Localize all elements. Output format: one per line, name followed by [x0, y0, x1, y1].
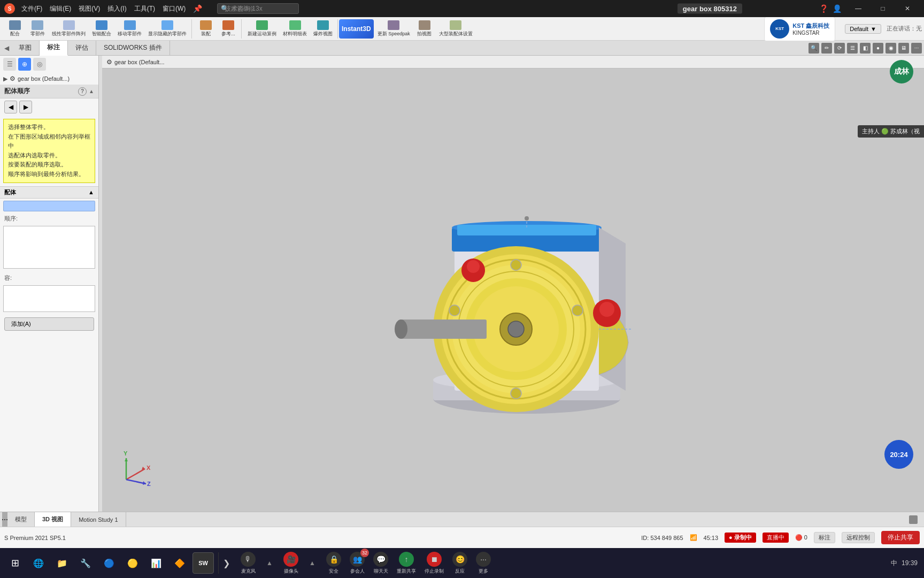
signal-icon: 📶: [690, 534, 697, 541]
btn-instant3d[interactable]: Instant3D: [339, 19, 374, 39]
menu-edit[interactable]: 编辑(E): [47, 3, 74, 14]
btn-move-component[interactable]: 移动零部件: [115, 19, 144, 39]
config-section-order[interactable]: 配体顺序 ? ▲: [0, 85, 98, 98]
menu-view[interactable]: 视图(V): [75, 3, 103, 14]
assembly-input[interactable]: [3, 201, 95, 211]
tree-item-gearbox[interactable]: ▶ ⚙ gear box (Default...): [0, 73, 98, 85]
camera-expand-btn[interactable]: ▲: [307, 559, 318, 567]
config-section-assembly[interactable]: 配体 ▲: [0, 186, 98, 199]
meeting-share-btn[interactable]: ↑ 重新共享: [397, 552, 416, 575]
window-controls[interactable]: — □ ✕: [846, 0, 920, 17]
meeting-camera-btn[interactable]: 🎥 摄像头: [283, 552, 298, 575]
btn-show-hidden[interactable]: 显示隐藏的零部件: [145, 19, 189, 39]
bottom-tab-3dview[interactable]: 3D 视图: [35, 512, 71, 527]
taskbar-app6[interactable]: 🔶: [169, 552, 190, 574]
taskbar-explorer[interactable]: 📁: [51, 552, 73, 574]
btn-linear-pattern[interactable]: 线性零部件阵列: [49, 19, 88, 39]
meeting-security-btn[interactable]: 🔒 安全: [326, 552, 341, 575]
btn-bom[interactable]: 材料明细表: [280, 19, 310, 39]
stop-share-button[interactable]: 停止共享: [881, 531, 920, 544]
stream-id: ID: 534 849 865: [641, 535, 683, 541]
meeting-chat-btn[interactable]: 💬 聊天天: [373, 552, 388, 575]
bottom-tab-row: ⋯ 模型 3D 视图 Motion Study 1: [0, 512, 924, 527]
panel-icon-circle[interactable]: ◎: [33, 58, 46, 71]
user-icon[interactable]: 👤: [833, 4, 842, 13]
taskbar-edge[interactable]: 🌐: [28, 552, 49, 574]
capacity-input[interactable]: [3, 285, 95, 312]
meeting-more-btn[interactable]: ··· 更多: [476, 552, 491, 575]
btn-mate[interactable]: 配合: [4, 19, 26, 39]
tab-scroll-left[interactable]: ◀: [2, 44, 11, 52]
minimize-button[interactable]: —: [846, 0, 871, 17]
live-badge[interactable]: 直播中: [763, 533, 789, 543]
annotation-btn[interactable]: 标注: [814, 532, 835, 543]
nav-fwd-btn[interactable]: ▶: [19, 101, 32, 113]
ft-icon-transform[interactable]: ⟳: [834, 43, 845, 54]
meeting-participants-btn[interactable]: 👥 32 参会人: [350, 552, 365, 575]
menu-window[interactable]: 窗口(W): [159, 3, 189, 14]
tab-solidworks-plugin[interactable]: SOLIDWORKS 插件: [96, 41, 170, 56]
ft-icon-display[interactable]: ◧: [860, 43, 871, 54]
menu-insert[interactable]: 插入(I): [104, 3, 129, 14]
btn-ref[interactable]: 参考...: [218, 19, 239, 39]
menu-pin[interactable]: 📌: [190, 3, 205, 14]
ft-icon-snap[interactable]: ✏: [821, 43, 832, 54]
maximize-button[interactable]: □: [871, 0, 895, 17]
bottom-tab-motion[interactable]: Motion Study 1: [71, 512, 126, 527]
status-bar-left: S Premium 2021 SP5.1: [4, 535, 633, 541]
viewport[interactable]: ⚙ gear box (Default...: [102, 56, 924, 512]
taskbar-solidworks[interactable]: SW: [192, 552, 214, 574]
meeting-expand-btn[interactable]: ❯: [219, 558, 234, 568]
btn-speedpak[interactable]: 更新 Speedpak: [375, 19, 413, 39]
ft-icon-view2[interactable]: ◉: [886, 43, 896, 54]
btn-assemble[interactable]: 装配: [195, 19, 217, 39]
taskbar-windows-start[interactable]: ⊞: [4, 552, 26, 574]
panel-icon-list[interactable]: ☰: [3, 58, 16, 71]
btn-explode[interactable]: 爆炸视图: [311, 19, 335, 39]
meeting-react-btn[interactable]: 😊 反应: [452, 552, 467, 575]
tab-evaluate[interactable]: 评估: [68, 41, 96, 56]
nav-back-btn[interactable]: ◀: [4, 101, 17, 113]
user-avatar[interactable]: 成林: [890, 60, 913, 83]
bottom-tab-mode[interactable]: 模型: [7, 512, 35, 527]
menu-file[interactable]: 文件(F): [18, 3, 45, 14]
camera-label: 摄像头: [284, 568, 298, 575]
btn-components[interactable]: 零部件: [27, 19, 48, 39]
tab-scroll-arrow[interactable]: ⋯: [2, 512, 7, 527]
order-list[interactable]: [3, 226, 95, 269]
taskbar-app4[interactable]: 🔵: [98, 552, 120, 574]
taskbar-app3[interactable]: 🔧: [75, 552, 96, 574]
question-icon[interactable]: ❓: [819, 4, 828, 13]
panel-icon-config[interactable]: ⊕: [18, 58, 31, 71]
recording-badge[interactable]: ● 录制中: [725, 533, 756, 543]
default-dropdown[interactable]: Default ▼: [845, 24, 881, 34]
ft-icon-dots[interactable]: ···: [911, 43, 922, 54]
btn-view-capture[interactable]: 拍视图: [414, 19, 435, 39]
info-line4: 按要装配的顺序选取。: [8, 160, 90, 170]
remote-control-btn[interactable]: 远程控制: [842, 532, 875, 543]
btn-large-asm[interactable]: 大型装配体设置: [436, 19, 475, 39]
ime-icon: 中: [891, 559, 897, 568]
taskbar-chrome[interactable]: 🟡: [122, 552, 143, 574]
help-icon[interactable]: ?: [78, 87, 87, 96]
menu-bar[interactable]: 文件(F) 编辑(E) 视图(V) 插入(I) 工具(T) 窗口(W) 📌: [18, 3, 205, 14]
mic-expand-btn[interactable]: ▲: [264, 559, 275, 567]
3d-model-area[interactable]: [129, 72, 919, 496]
close-button[interactable]: ✕: [895, 0, 920, 17]
tab-sketch[interactable]: 草图: [11, 41, 40, 56]
meeting-mic-btn[interactable]: 🎙 麦克风: [241, 552, 256, 575]
bottom-grid-icon[interactable]: [909, 515, 918, 524]
tab-annotation[interactable]: 标注: [40, 41, 68, 56]
menu-tools[interactable]: 工具(T): [131, 3, 158, 14]
taskbar-powerpoint[interactable]: 📊: [145, 552, 167, 574]
ft-icon-monitor[interactable]: 🖥: [898, 43, 909, 54]
ft-icon-view1[interactable]: ●: [873, 43, 883, 54]
btn-new-motion[interactable]: 新建运动算例: [245, 19, 279, 39]
ft-icon-search[interactable]: 🔍: [808, 43, 819, 54]
panel-icon-row: ☰ ⊕ ◎: [0, 56, 98, 73]
add-button[interactable]: 添加(A): [4, 317, 94, 331]
meeting-rec-btn[interactable]: ⏹ 停止录制: [425, 552, 444, 575]
ft-icon-select[interactable]: ☰: [847, 43, 858, 54]
camera-icon: 🎥: [283, 552, 298, 567]
btn-smart-mate[interactable]: 智能配合: [89, 19, 114, 39]
